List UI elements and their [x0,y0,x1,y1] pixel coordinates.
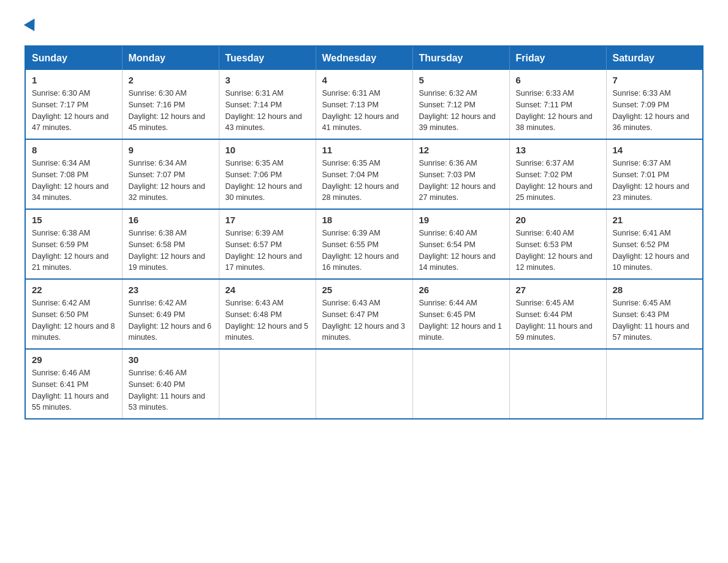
day-info: Sunrise: 6:31 AMSunset: 7:13 PMDaylight:… [322,89,399,132]
day-info: Sunrise: 6:37 AMSunset: 7:02 PMDaylight:… [516,159,593,202]
day-info: Sunrise: 6:38 AMSunset: 6:59 PMDaylight:… [32,229,108,272]
day-info: Sunrise: 6:36 AMSunset: 7:03 PMDaylight:… [419,159,496,202]
calendar-day-cell: 30 Sunrise: 6:46 AMSunset: 6:40 PMDaylig… [122,349,219,419]
calendar-day-cell: 27 Sunrise: 6:45 AMSunset: 6:44 PMDaylig… [509,279,606,349]
day-number: 26 [419,285,503,295]
day-number: 6 [516,75,600,85]
day-number: 18 [322,215,406,225]
day-number: 4 [322,75,406,85]
calendar-day-cell: 1 Sunrise: 6:30 AMSunset: 7:17 PMDayligh… [25,70,122,139]
calendar-day-cell: 25 Sunrise: 6:43 AMSunset: 6:47 PMDaylig… [316,279,412,349]
page-header [25,18,703,33]
day-info: Sunrise: 6:34 AMSunset: 7:07 PMDaylight:… [129,159,205,202]
calendar-day-cell [219,349,316,419]
day-info: Sunrise: 6:35 AMSunset: 7:06 PMDaylight:… [226,159,302,202]
header-day-wednesday: Wednesday [316,46,412,70]
day-number: 24 [226,285,309,295]
day-number: 5 [419,75,503,85]
day-number: 12 [419,145,503,155]
day-info: Sunrise: 6:43 AMSunset: 6:47 PMDaylight:… [322,299,406,342]
day-info: Sunrise: 6:30 AMSunset: 7:16 PMDaylight:… [129,89,205,132]
day-info: Sunrise: 6:39 AMSunset: 6:55 PMDaylight:… [322,229,399,272]
calendar-day-cell: 24 Sunrise: 6:43 AMSunset: 6:48 PMDaylig… [219,279,316,349]
day-info: Sunrise: 6:46 AMSunset: 6:40 PMDaylight:… [129,369,205,412]
calendar-day-cell [412,349,509,419]
day-info: Sunrise: 6:31 AMSunset: 7:14 PMDaylight:… [226,89,302,132]
calendar-day-cell: 18 Sunrise: 6:39 AMSunset: 6:55 PMDaylig… [316,209,412,279]
calendar-day-cell: 22 Sunrise: 6:42 AMSunset: 6:50 PMDaylig… [25,279,122,349]
calendar-day-cell: 26 Sunrise: 6:44 AMSunset: 6:45 PMDaylig… [412,279,509,349]
calendar-week-row: 29 Sunrise: 6:46 AMSunset: 6:41 PMDaylig… [25,349,703,419]
logo [25,18,38,33]
calendar-header: SundayMondayTuesdayWednesdayThursdayFrid… [25,46,703,70]
calendar-day-cell: 10 Sunrise: 6:35 AMSunset: 7:06 PMDaylig… [219,139,316,209]
day-number: 21 [613,215,697,225]
day-info: Sunrise: 6:34 AMSunset: 7:08 PMDaylight:… [32,159,108,202]
calendar-day-cell: 3 Sunrise: 6:31 AMSunset: 7:14 PMDayligh… [219,70,316,139]
calendar-week-row: 8 Sunrise: 6:34 AMSunset: 7:08 PMDayligh… [25,139,703,209]
day-info: Sunrise: 6:40 AMSunset: 6:54 PMDaylight:… [419,229,496,272]
day-info: Sunrise: 6:32 AMSunset: 7:12 PMDaylight:… [419,89,496,132]
header-row: SundayMondayTuesdayWednesdayThursdayFrid… [25,46,703,70]
calendar-table: SundayMondayTuesdayWednesdayThursdayFrid… [25,45,703,419]
day-number: 17 [226,215,309,225]
calendar-day-cell: 2 Sunrise: 6:30 AMSunset: 7:16 PMDayligh… [122,70,219,139]
day-number: 16 [129,215,213,225]
calendar-day-cell [606,349,703,419]
day-info: Sunrise: 6:33 AMSunset: 7:11 PMDaylight:… [516,89,593,132]
day-info: Sunrise: 6:44 AMSunset: 6:45 PMDaylight:… [419,299,502,342]
day-number: 9 [129,145,213,155]
calendar-day-cell: 23 Sunrise: 6:42 AMSunset: 6:49 PMDaylig… [122,279,219,349]
day-number: 10 [226,145,309,155]
header-day-sunday: Sunday [25,46,122,70]
day-info: Sunrise: 6:40 AMSunset: 6:53 PMDaylight:… [516,229,593,272]
calendar-day-cell: 15 Sunrise: 6:38 AMSunset: 6:59 PMDaylig… [25,209,122,279]
day-number: 8 [32,145,116,155]
day-info: Sunrise: 6:41 AMSunset: 6:52 PMDaylight:… [613,229,689,272]
day-info: Sunrise: 6:38 AMSunset: 6:58 PMDaylight:… [129,229,205,272]
day-info: Sunrise: 6:39 AMSunset: 6:57 PMDaylight:… [226,229,302,272]
calendar-day-cell: 20 Sunrise: 6:40 AMSunset: 6:53 PMDaylig… [509,209,606,279]
calendar-body: 1 Sunrise: 6:30 AMSunset: 7:17 PMDayligh… [25,70,703,419]
header-day-saturday: Saturday [606,46,703,70]
calendar-day-cell: 11 Sunrise: 6:35 AMSunset: 7:04 PMDaylig… [316,139,412,209]
day-number: 22 [32,285,116,295]
day-info: Sunrise: 6:45 AMSunset: 6:43 PMDaylight:… [613,299,689,342]
calendar-day-cell: 9 Sunrise: 6:34 AMSunset: 7:07 PMDayligh… [122,139,219,209]
header-day-tuesday: Tuesday [219,46,316,70]
calendar-day-cell: 28 Sunrise: 6:45 AMSunset: 6:43 PMDaylig… [606,279,703,349]
day-number: 1 [32,75,116,85]
day-info: Sunrise: 6:42 AMSunset: 6:50 PMDaylight:… [32,299,115,342]
calendar-day-cell: 12 Sunrise: 6:36 AMSunset: 7:03 PMDaylig… [412,139,509,209]
calendar-day-cell: 4 Sunrise: 6:31 AMSunset: 7:13 PMDayligh… [316,70,412,139]
header-day-friday: Friday [509,46,606,70]
header-day-monday: Monday [122,46,219,70]
header-day-thursday: Thursday [412,46,509,70]
day-number: 27 [516,285,600,295]
day-number: 2 [129,75,213,85]
day-number: 7 [613,75,697,85]
day-number: 30 [129,354,213,365]
calendar-day-cell: 8 Sunrise: 6:34 AMSunset: 7:08 PMDayligh… [25,139,122,209]
calendar-day-cell: 19 Sunrise: 6:40 AMSunset: 6:54 PMDaylig… [412,209,509,279]
calendar-week-row: 15 Sunrise: 6:38 AMSunset: 6:59 PMDaylig… [25,209,703,279]
calendar-day-cell: 29 Sunrise: 6:46 AMSunset: 6:41 PMDaylig… [25,349,122,419]
calendar-day-cell: 17 Sunrise: 6:39 AMSunset: 6:57 PMDaylig… [219,209,316,279]
day-info: Sunrise: 6:42 AMSunset: 6:49 PMDaylight:… [129,299,212,342]
day-number: 13 [516,145,600,155]
day-number: 19 [419,215,503,225]
day-number: 23 [129,285,213,295]
day-number: 29 [32,354,116,365]
day-number: 15 [32,215,116,225]
day-info: Sunrise: 6:30 AMSunset: 7:17 PMDaylight:… [32,89,108,132]
calendar-day-cell: 6 Sunrise: 6:33 AMSunset: 7:11 PMDayligh… [509,70,606,139]
calendar-day-cell: 7 Sunrise: 6:33 AMSunset: 7:09 PMDayligh… [606,70,703,139]
day-number: 28 [613,285,697,295]
day-info: Sunrise: 6:37 AMSunset: 7:01 PMDaylight:… [613,159,689,202]
logo-triangle-icon [24,15,40,31]
calendar-day-cell [316,349,412,419]
calendar-day-cell [509,349,606,419]
day-number: 20 [516,215,600,225]
day-number: 3 [226,75,309,85]
calendar-day-cell: 16 Sunrise: 6:38 AMSunset: 6:58 PMDaylig… [122,209,219,279]
